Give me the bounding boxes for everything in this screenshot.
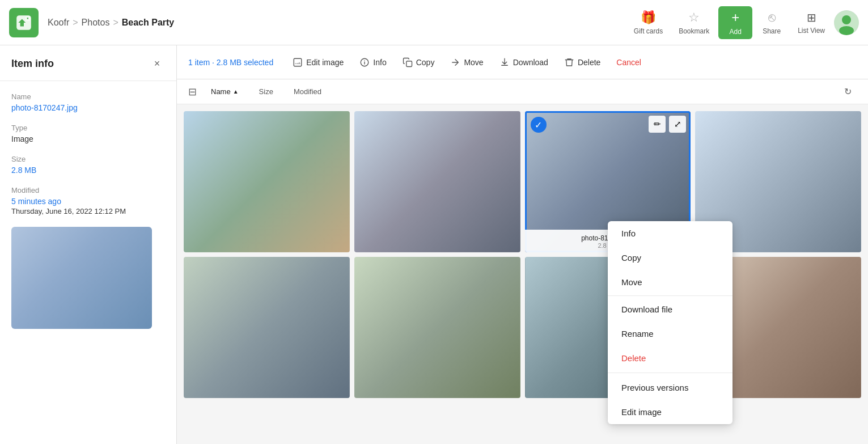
copy-label: Copy: [416, 58, 435, 67]
context-menu-info[interactable]: Info: [608, 221, 732, 246]
header-checkbox-area: ⊟: [188, 86, 206, 98]
context-menu-copy[interactable]: Copy: [608, 246, 732, 270]
context-copy-label: Copy: [621, 253, 641, 263]
gift-cards-button[interactable]: 🎁 Gift cards: [627, 7, 670, 39]
selected-check-icon: ✓: [531, 117, 547, 133]
info-button[interactable]: Info: [352, 53, 394, 72]
context-menu: Info Copy Move Download file Rename Dele…: [608, 221, 732, 424]
top-nav: Koofr > Photos > Beach Party 🎁 Gift card…: [0, 0, 868, 45]
photo-item-p2[interactable]: [354, 111, 520, 252]
photo-grid: ✓✏⤢photo-8170247.jp2.8 MB: [177, 104, 868, 444]
info-field-modified: Modified 5 minutes ago Thursday, June 16…: [11, 186, 165, 215]
list-view-button[interactable]: ⊞ List View: [791, 7, 832, 38]
context-info-label: Info: [621, 229, 636, 238]
sidebar-title: Item info: [11, 58, 54, 70]
delete-label: Delete: [578, 58, 600, 67]
thumbnail-image: [11, 227, 152, 329]
add-label: Add: [730, 28, 742, 36]
sort-by-name[interactable]: Name ▲: [206, 85, 243, 98]
context-menu-delete[interactable]: Delete: [608, 346, 732, 370]
cancel-label: Cancel: [616, 58, 641, 67]
file-thumbnail: [11, 227, 152, 329]
item-info-sidebar: Item info × Name photo-8170247.jpg Type …: [0, 45, 177, 444]
modified-value: 5 minutes ago: [11, 197, 165, 206]
move-label: Move: [464, 58, 483, 67]
name-value: photo-8170247.jpg: [11, 103, 165, 112]
photo-item-p6[interactable]: [354, 257, 520, 398]
edit-image-button[interactable]: Edit image: [285, 53, 352, 72]
photo-item-p5[interactable]: [184, 257, 350, 398]
context-menu-rename[interactable]: Rename: [608, 322, 732, 346]
name-label: Name: [11, 92, 165, 101]
sort-by-modified[interactable]: Modified: [289, 85, 326, 98]
selection-info: 1 item · 2.8 MB selected: [188, 58, 273, 67]
sort-by-size[interactable]: Size: [255, 85, 278, 98]
size-value: 2.8 MB: [11, 166, 165, 175]
breadcrumb-sep2: >: [113, 18, 118, 28]
cancel-button[interactable]: Cancel: [608, 53, 649, 71]
share-button[interactable]: ⎋ Share: [755, 7, 789, 39]
list-header: ⊟ Name ▲ Size Modified ↻: [177, 79, 868, 104]
gift-cards-icon: 🎁: [641, 10, 656, 25]
bookmark-button[interactable]: ☆ Bookmark: [672, 7, 716, 39]
modified-date: Thursday, June 16, 2022 12:12 PM: [11, 207, 165, 215]
context-divider-2: [608, 373, 732, 373]
info-field-type: Type Image: [11, 124, 165, 143]
size-label: Size: [11, 155, 165, 163]
info-field-size: Size 2.8 MB: [11, 155, 165, 175]
svg-rect-5: [294, 58, 302, 66]
context-move-label: Move: [621, 277, 642, 287]
context-menu-move[interactable]: Move: [608, 270, 732, 294]
bookmark-label: Bookmark: [679, 27, 709, 35]
context-menu-download[interactable]: Download file: [608, 297, 732, 322]
photo-action-overlay: ✏⤢: [649, 116, 686, 133]
photo-background: [354, 257, 520, 398]
context-menu-edit-image[interactable]: Edit image: [608, 400, 732, 424]
type-label: Type: [11, 124, 165, 132]
breadcrumb-root[interactable]: Koofr: [48, 18, 69, 28]
user-avatar[interactable]: [834, 10, 859, 35]
main-layout: Item info × Name photo-8170247.jpg Type …: [0, 45, 868, 444]
deselect-icon[interactable]: ⊟: [188, 86, 197, 98]
photo-background: [184, 111, 350, 252]
type-value: Image: [11, 134, 165, 143]
gift-cards-label: Gift cards: [634, 27, 663, 35]
add-button[interactable]: + Add: [718, 6, 752, 39]
copy-button[interactable]: Copy: [395, 53, 443, 72]
context-menu-previous-versions[interactable]: Previous versions: [608, 375, 732, 400]
context-rename-label: Rename: [621, 329, 654, 339]
delete-button[interactable]: Delete: [556, 53, 608, 72]
breadcrumb-folder1[interactable]: Photos: [82, 18, 110, 28]
context-previous-versions-label: Previous versions: [621, 383, 688, 392]
download-icon: [499, 57, 510, 67]
bookmark-icon: ☆: [688, 10, 700, 25]
add-icon: +: [731, 10, 739, 26]
breadcrumb-current: Beach Party: [122, 18, 175, 28]
name-col-label: Name: [211, 87, 231, 96]
sidebar-header: Item info ×: [0, 45, 176, 81]
sort-arrow: ▲: [233, 88, 239, 95]
photo-item-p1[interactable]: [184, 111, 350, 252]
download-button[interactable]: Download: [492, 53, 556, 72]
share-icon: ⎋: [768, 10, 776, 25]
close-sidebar-button[interactable]: ×: [149, 56, 165, 71]
refresh-button[interactable]: ↻: [839, 83, 857, 101]
svg-point-3: [842, 15, 851, 24]
photo-background: [184, 257, 350, 398]
info-field-name: Name photo-8170247.jpg: [11, 92, 165, 112]
photo-open-icon[interactable]: ⤢: [669, 116, 686, 133]
app-logo[interactable]: [9, 8, 39, 37]
context-divider-1: [608, 295, 732, 296]
move-button[interactable]: Move: [442, 53, 491, 72]
content-area: 1 item · 2.8 MB selected Edit image Info…: [177, 45, 868, 444]
share-label: Share: [763, 27, 781, 35]
modified-col-label: Modified: [294, 87, 321, 96]
nav-actions: 🎁 Gift cards ☆ Bookmark + Add ⎋ Share ⊞ …: [627, 6, 859, 39]
photo-edit-icon[interactable]: ✏: [649, 116, 666, 133]
svg-point-4: [839, 26, 854, 35]
svg-rect-7: [406, 61, 412, 66]
size-col-label: Size: [259, 87, 273, 96]
photo-background: [354, 111, 520, 252]
toolbar-actions: Edit image Info Copy Move Download: [285, 53, 857, 72]
delete-icon: [564, 57, 574, 67]
